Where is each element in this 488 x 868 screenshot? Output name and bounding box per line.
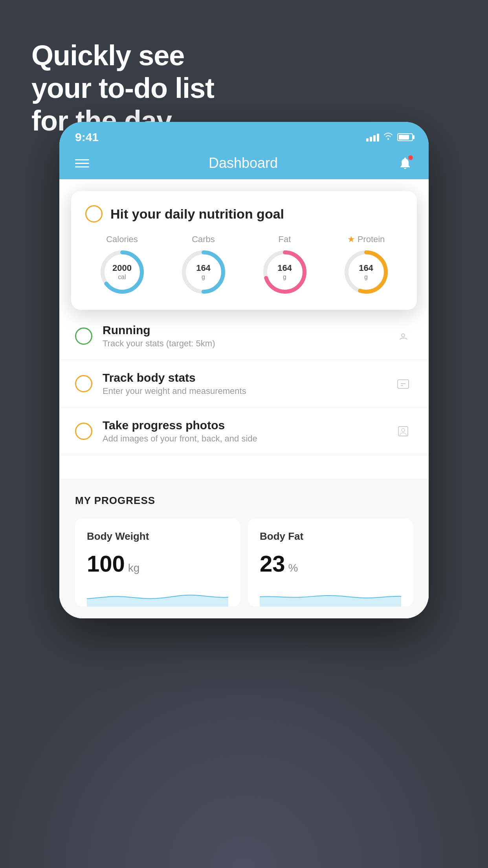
fat-unit: % (288, 562, 298, 574)
notifications-button[interactable] (397, 155, 413, 171)
protein-value: 164 g (359, 263, 373, 281)
todo-circle-body-stats (75, 375, 92, 392)
weight-value-row: 100 kg (87, 550, 228, 577)
todo-text-photos: Take progress photos Add images of your … (103, 419, 383, 444)
svg-point-0 (402, 334, 405, 337)
weight-number: 100 (87, 550, 125, 577)
fat-value-row: 23 % (260, 550, 401, 577)
todo-text-running: Running Track your stats (target: 5km) (103, 324, 383, 349)
content-area: THINGS TO DO TODAY Running Track your st… (59, 179, 429, 618)
nutrition-grid: Calories 2000 cal Carbs (85, 234, 403, 296)
phone-mockup: 9:41 Dashboard (59, 122, 429, 618)
todo-item-running[interactable]: Running Track your stats (target: 5km) (59, 313, 429, 360)
popup-radio[interactable] (85, 205, 103, 223)
svg-point-5 (402, 428, 405, 432)
star-icon: ★ (347, 234, 355, 245)
todo-circle-photos (75, 423, 92, 440)
status-bar: 9:41 (59, 122, 429, 149)
scale-icon (393, 374, 413, 394)
signal-icon (366, 133, 379, 142)
headline-line2: your to-do list (31, 72, 214, 105)
protein-label-row: ★ Protein (347, 234, 385, 245)
progress-header: MY PROGRESS (75, 495, 413, 507)
todo-subtitle-running: Track your stats (target: 5km) (103, 338, 383, 349)
status-icons (366, 132, 413, 143)
nutrition-item-calories: Calories 2000 cal (99, 234, 146, 296)
person-icon (393, 421, 413, 441)
todo-title-photos: Take progress photos (103, 419, 383, 432)
progress-section: MY PROGRESS Body Weight 100 kg (59, 479, 429, 618)
calories-chart: 2000 cal (99, 248, 146, 296)
spacer (59, 455, 429, 479)
todo-title-running: Running (103, 324, 383, 337)
popup-title: Hit your daily nutrition goal (110, 206, 284, 222)
calories-label: Calories (106, 234, 138, 245)
todo-title-body-stats: Track body stats (103, 371, 383, 384)
card-title-weight: Body Weight (87, 530, 228, 542)
nav-bar: Dashboard (59, 149, 429, 179)
protein-chart: 164 g (343, 248, 390, 296)
nutrition-item-carbs: Carbs 164 g (180, 234, 227, 296)
nutrition-item-fat: Fat 164 g (261, 234, 308, 296)
weight-chart (87, 583, 228, 607)
nutrition-popup-card: Hit your daily nutrition goal Calories 2… (71, 191, 417, 310)
carbs-chart: 164 g (180, 248, 227, 296)
weight-unit: kg (128, 562, 140, 574)
calories-value: 2000 cal (112, 263, 132, 281)
menu-button[interactable] (75, 159, 89, 167)
fat-number: 23 (260, 550, 285, 577)
todo-text-body-stats: Track body stats Enter your weight and m… (103, 371, 383, 396)
battery-icon (397, 133, 413, 141)
progress-grid: Body Weight 100 kg (75, 519, 413, 607)
carbs-label: Carbs (192, 234, 215, 245)
protein-label: Protein (358, 234, 385, 245)
todo-subtitle-body-stats: Enter your weight and measurements (103, 386, 383, 396)
notification-dot (408, 155, 413, 160)
popup-title-row: Hit your daily nutrition goal (85, 205, 403, 223)
background-overlay (0, 632, 488, 868)
running-icon (393, 326, 413, 346)
headline-line1: Quickly see (31, 39, 214, 72)
status-time: 9:41 (75, 131, 99, 144)
fat-chart-value: 164 g (277, 263, 292, 281)
progress-card-weight[interactable]: Body Weight 100 kg (75, 519, 240, 607)
progress-card-fat[interactable]: Body Fat 23 % (248, 519, 413, 607)
wifi-icon (383, 132, 393, 143)
todo-item-body-stats[interactable]: Track body stats Enter your weight and m… (59, 360, 429, 408)
fat-label: Fat (279, 234, 291, 245)
card-title-fat: Body Fat (260, 530, 401, 542)
carbs-value: 164 g (196, 263, 211, 281)
fat-chart (260, 583, 401, 607)
nav-title: Dashboard (209, 155, 278, 171)
todo-item-photos[interactable]: Take progress photos Add images of your … (59, 408, 429, 455)
todo-circle-running (75, 327, 92, 345)
nutrition-item-protein: ★ Protein 164 g (343, 234, 390, 296)
todo-subtitle-photos: Add images of your front, back, and side (103, 434, 383, 444)
fat-chart: 164 g (261, 248, 308, 296)
